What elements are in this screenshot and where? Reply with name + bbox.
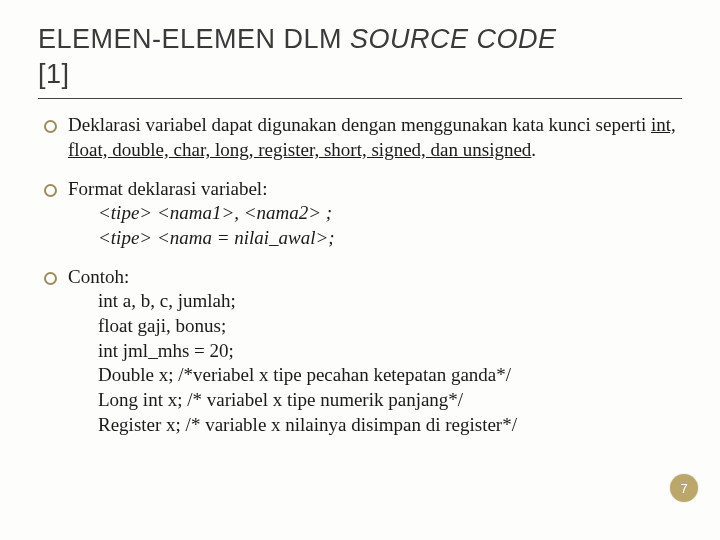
title-part1: ELEMEN-ELEMEN DLM [38,24,350,54]
bullet-3-sub-5: Long int x; /* variabel x tipe numerik p… [98,388,682,413]
bullet-2-text: Format deklarasi variabel: [68,178,267,199]
bullet-2-sub-1: <tipe> <nama1>, <nama2> ; [98,201,682,226]
bullet-1-text: Deklarasi variabel dapat digunakan denga… [68,114,651,135]
title-italic: SOURCE CODE [350,24,557,54]
title-part2: [1] [38,59,70,89]
bullet-3-sub-4: Double x; /*veriabel x tipe pecahan kete… [98,363,682,388]
bullet-1-end: . [531,139,536,160]
bullet-3-sub: int a, b, c, jumlah; float gaji, bonus; … [68,289,682,437]
slide-title: ELEMEN-ELEMEN DLM SOURCE CODE [1] [38,22,682,99]
bullet-2-sub-2: <tipe> <nama = nilai_awal>; [98,226,682,251]
bullet-3-sub-6: Register x; /* variable x nilainya disim… [98,413,682,438]
page-number-badge: 7 [670,474,698,502]
bullet-3-sub-1: int a, b, c, jumlah; [98,289,682,314]
bullet-3: Contoh: int a, b, c, jumlah; float gaji,… [42,265,682,438]
page-number: 7 [680,481,687,496]
bullet-1: Deklarasi variabel dapat digunakan denga… [42,113,682,162]
slide-content: ELEMEN-ELEMEN DLM SOURCE CODE [1] Deklar… [0,0,720,471]
bullet-3-text: Contoh: [68,266,129,287]
bullet-list: Deklarasi variabel dapat digunakan denga… [38,113,682,437]
bullet-2-sub: <tipe> <nama1>, <nama2> ; <tipe> <nama =… [68,201,682,250]
bullet-2: Format deklarasi variabel: <tipe> <nama1… [42,177,682,251]
bullet-3-sub-3: int jml_mhs = 20; [98,339,682,364]
bullet-3-sub-2: float gaji, bonus; [98,314,682,339]
